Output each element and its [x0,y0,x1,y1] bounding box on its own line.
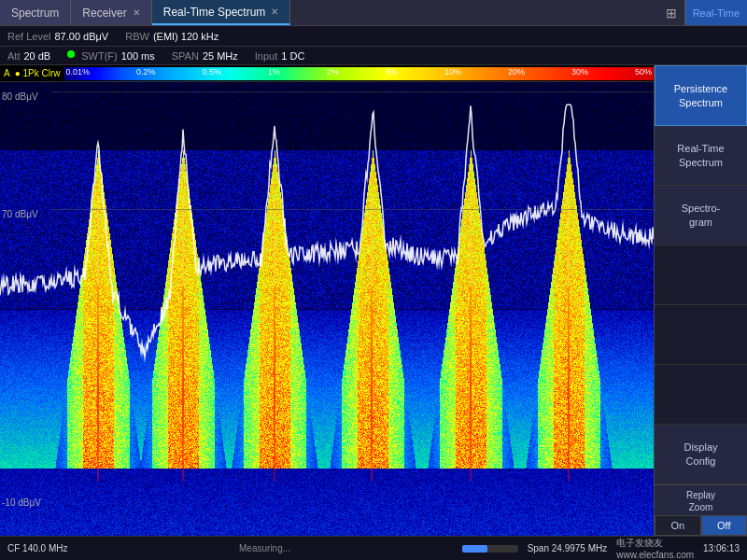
footer-span: Span 24.9975 MHz [528,543,608,553]
tab-spectrum[interactable]: Spectrum [0,0,71,25]
span-label: SPAN [172,50,199,62]
replay-zoom-container: ReplayZoom On Off [655,484,747,536]
replay-zoom-on-btn[interactable]: On [655,515,701,536]
tab-bar: Spectrum Receiver ✕ Real-Time Spectrum ✕… [0,0,747,26]
ref-level-item: Ref Level 87.00 dBμV [7,31,108,42]
tab-receiver-label: Receiver [82,7,126,20]
tab-realtime[interactable]: Real-Time Spectrum ✕ [152,0,291,25]
footer: CF 140.0 MHz Measuring... Span 24.9975 M… [0,536,747,560]
swt-indicator [67,50,75,58]
sidebar-btn-empty3 [655,365,747,425]
tab-spectrum-label: Spectrum [11,7,59,20]
sidebar-btn-realtime-label: Real-TimeSpectrum [677,142,724,169]
progress-bar-inner [462,545,487,553]
spectrum-canvas[interactable] [0,82,654,536]
att-item: Att 20 dB [7,50,50,62]
swt-label: SWT(F) [81,50,117,62]
footer-measuring: Measuring... [77,543,452,553]
scale-prefix: A ● 1Pk Clrw [0,68,64,78]
sidebar-btn-persistence-label: PersistenceSpectrum [674,82,727,109]
sidebar-btn-spectrogram-label: Spectro-gram [682,202,721,229]
footer-cf: CF 140.0 MHz [7,543,67,553]
input-value: 1 DC [281,50,304,62]
replay-zoom-on-label: On [670,520,684,531]
replay-zoom-off-btn[interactable]: Off [701,515,748,536]
sidebar: PersistenceSpectrum Real-TimeSpectrum Sp… [654,65,747,536]
sidebar-btn-empty2 [655,305,747,365]
info-bar-2: Att 20 dB SWT(F) 100 ms SPAN 25 MHz Inpu… [0,47,747,65]
replay-zoom-label: ReplayZoom [655,485,747,515]
ref-level-value: 87.00 dBμV [54,31,108,42]
att-value: 20 dB [23,50,50,62]
color-scale: A ● 1Pk Clrw 0.01% 0.2% 0.5% 1% 2% 5% 10… [0,65,654,82]
swt-item: SWT(F) 100 ms [67,50,155,62]
sidebar-btn-spectrogram[interactable]: Spectro-gram [655,186,747,245]
span-value: 25 MHz [203,50,238,62]
sidebar-btn-persistence[interactable]: PersistenceSpectrum [655,65,747,126]
grid-icon[interactable]: ⊞ [658,6,684,21]
main-area: A ● 1Pk Clrw 0.01% 0.2% 0.5% 1% 2% 5% 10… [0,65,747,536]
sidebar-btn-realtime-spectrum[interactable]: Real-TimeSpectrum [655,126,747,186]
progress-bar-outer [462,545,518,553]
realtime-badge: Real-Time [684,0,747,25]
tab-realtime-close[interactable]: ✕ [271,7,278,17]
sidebar-btn-display-config[interactable]: DisplayConfig [655,425,747,484]
info-bar-1: Ref Level 87.00 dBμV RBW (EMI) 120 kHz [0,26,747,47]
spectrum-container[interactable]: A ● 1Pk Clrw 0.01% 0.2% 0.5% 1% 2% 5% 10… [0,65,654,536]
tab-receiver[interactable]: Receiver ✕ [71,0,151,25]
sidebar-btn-empty1 [655,245,747,305]
input-item: Input 1 DC [255,50,305,62]
ref-level-label: Ref Level [7,31,50,42]
tab-realtime-label: Real-Time Spectrum [163,6,266,19]
footer-progress [462,545,518,553]
att-label: Att [7,50,20,62]
span-item: SPAN 25 MHz [172,50,238,62]
swt-value: 100 ms [121,50,155,62]
footer-logo: 电子发烧友www.elecfans.com [616,537,694,560]
rbw-label: RBW [125,31,149,42]
replay-zoom-buttons: On Off [655,515,747,536]
replay-zoom-off-label: Off [717,520,730,531]
sidebar-btn-display-config-label: DisplayConfig [684,441,717,468]
rbw-value: (EMI) 120 kHz [153,31,218,42]
rbw-item: RBW (EMI) 120 kHz [125,31,218,42]
tab-receiver-close[interactable]: ✕ [133,7,140,18]
footer-time: 13:06:13 [703,543,740,553]
input-label: Input [255,50,277,62]
